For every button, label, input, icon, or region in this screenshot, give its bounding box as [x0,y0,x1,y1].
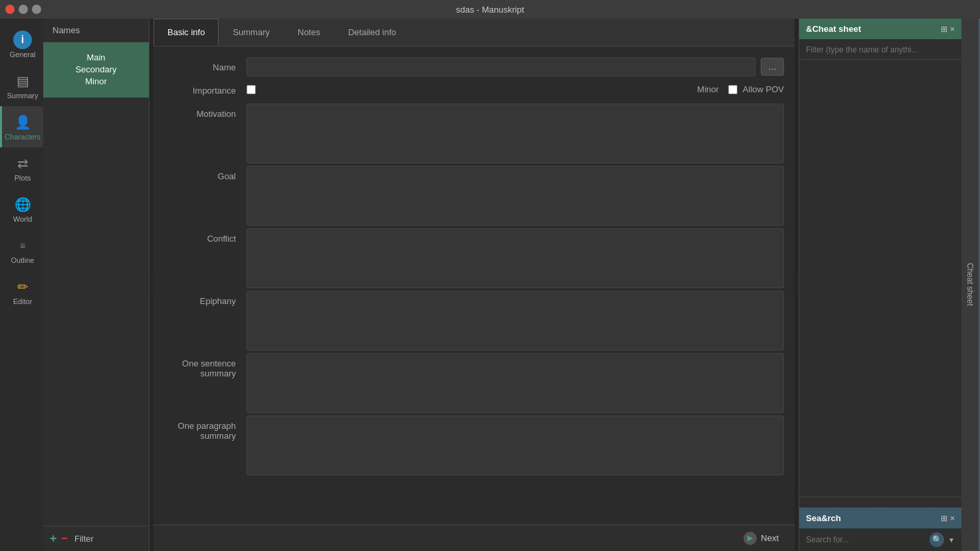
sidebar-item-plots[interactable]: ⇄ Plots [0,147,43,189]
tab-notes[interactable]: Notes [284,19,334,46]
search-input[interactable] [806,535,926,544]
motivation-field-label: Motivation [153,104,246,124]
epiphany-field-label: Epiphany [153,291,246,311]
cheat-sheet-controls: ⊞ × [941,25,955,34]
icon-rail: i General ▤ Summary 👤 Characters ⇄ Plots… [0,19,43,551]
maximize-button[interactable] [32,5,41,14]
search-panel-header: Sea&rch ⊞ × [799,508,961,528]
sidebar-item-label-general: General [9,50,35,58]
cheat-filter-input[interactable] [806,45,955,54]
search-controls: ⊞ × [941,514,955,523]
one-paragraph-field-label: One paragraphsummary [153,416,246,446]
name-browse-button[interactable]: … [761,58,784,76]
conflict-row: Conflict [153,228,784,288]
sidebar-item-label-summary: Summary [7,92,38,100]
search-dropdown-button[interactable]: ▼ [948,536,955,544]
vtab-cheat-sheet[interactable]: Cheat sheet [961,19,979,551]
sidebar-item-label-editor: Editor [13,297,33,305]
conflict-field-label: Conflict [153,228,246,249]
sidebar-item-outline[interactable]: ≡ Outline [0,230,43,271]
shuffle-icon: ⇄ [13,154,32,173]
importance-controls: Minor Allow POV [246,80,784,98]
goal-row: Goal [153,166,784,226]
sidebar-item-label-plots: Plots [15,174,31,182]
sidebar-item-summary[interactable]: ▤ Summary [0,65,43,106]
next-button[interactable]: ▶ Next [738,529,784,548]
epiphany-row: Epiphany [153,291,784,351]
allow-pov-label: Allow POV [743,84,784,94]
name-field-label: Name [153,57,246,78]
minimize-button[interactable] [19,5,28,14]
importance-field-label: Importance [153,80,246,101]
filter-label: Filter [74,534,94,544]
cheat-sheet-header: &Cheat sheet ⊞ × [799,19,961,39]
tab-summary[interactable]: Summary [219,19,284,46]
names-list: MainSecondaryMinor [43,42,149,526]
close-button[interactable] [5,5,15,14]
search-go-button[interactable]: 🔍 [930,532,944,547]
cheat-sheet-content [799,60,961,497]
main-layout: i General ▤ Summary 👤 Characters ⇄ Plots… [0,19,980,551]
form-area: Name … Importance Minor Allow POV [153,46,795,524]
vertical-tabs: Cheat sheet Search Navigation [961,19,980,551]
one-sentence-textarea[interactable] [246,353,784,413]
globe-icon: 🌐 [13,195,32,214]
remove-character-button[interactable]: − [61,532,68,546]
search-close-button[interactable]: × [950,514,955,523]
one-sentence-row: One sentencesummary [153,353,784,413]
sidebar-item-characters[interactable]: 👤 Characters [0,106,43,147]
sidebar-item-label-outline: Outline [11,256,35,264]
search-pin-button[interactable]: ⊞ [941,514,947,523]
cheat-sheet-pin-button[interactable]: ⊞ [941,25,947,34]
next-label: Next [761,533,779,543]
person-icon: 👤 [13,113,32,131]
names-header: Names [43,19,149,42]
tabs-bar: Basic info Summary Notes Detailed info [153,19,795,46]
next-icon: ▶ [743,532,757,545]
goal-field-label: Goal [153,166,246,187]
search-panel: Sea&rch ⊞ × 🔍 ▼ [799,507,961,551]
one-paragraph-row: One paragraphsummary [153,416,784,475]
one-paragraph-textarea[interactable] [246,416,784,475]
panel-divider: · · · · · · [799,497,961,507]
name-row: Name … [153,57,784,78]
bottom-bar: ▶ Next [153,524,795,551]
window-title: sdas - Manuskript [456,5,524,15]
pencil-icon: ✏ [13,277,32,296]
motivation-row: Motivation [153,104,784,163]
names-item-label: MainSecondaryMinor [75,52,116,86]
minor-label: Minor [697,84,719,94]
search-panel-title: Sea&rch [806,513,841,523]
goal-textarea[interactable] [246,166,784,226]
cheat-sheet-title: &Cheat sheet [806,24,861,34]
importance-row: Importance Minor Allow POV [153,80,784,101]
titlebar: sdas - Manuskript [0,0,980,19]
importance-checkbox[interactable] [246,85,256,94]
names-list-item[interactable]: MainSecondaryMinor [43,42,149,98]
tab-basic-info[interactable]: Basic info [153,19,219,46]
outline-icon: ≡ [13,236,32,255]
names-panel: Names MainSecondaryMinor + − Filter [43,19,149,551]
document-icon: ▤ [13,72,32,90]
content-area: Basic info Summary Notes Detailed info N… [153,19,795,551]
motivation-textarea[interactable] [246,104,784,163]
right-panel: &Cheat sheet ⊞ × · · · · · · Sea&rch ⊞ × [799,19,961,551]
cheat-sheet-filter [799,39,961,60]
sidebar-item-world[interactable]: 🌐 World [0,189,43,230]
search-input-row: 🔍 ▼ [799,528,961,551]
allow-pov-checkbox[interactable] [728,85,737,94]
window-controls [5,5,41,14]
one-sentence-field-label: One sentencesummary [153,353,246,384]
name-input[interactable] [246,57,755,76]
add-character-button[interactable]: + [50,532,57,546]
sidebar-item-label-world: World [13,215,33,223]
cheat-sheet-close-button[interactable]: × [950,25,955,34]
tab-detailed-info[interactable]: Detailed info [334,19,410,46]
epiphany-textarea[interactable] [246,291,784,351]
sidebar-item-editor[interactable]: ✏ Editor [0,271,43,312]
sidebar-item-general[interactable]: i General [0,24,43,65]
names-footer: + − Filter [43,526,149,551]
conflict-textarea[interactable] [246,228,784,288]
sidebar-item-label-characters: Characters [5,133,41,141]
name-input-group: … [246,57,784,76]
